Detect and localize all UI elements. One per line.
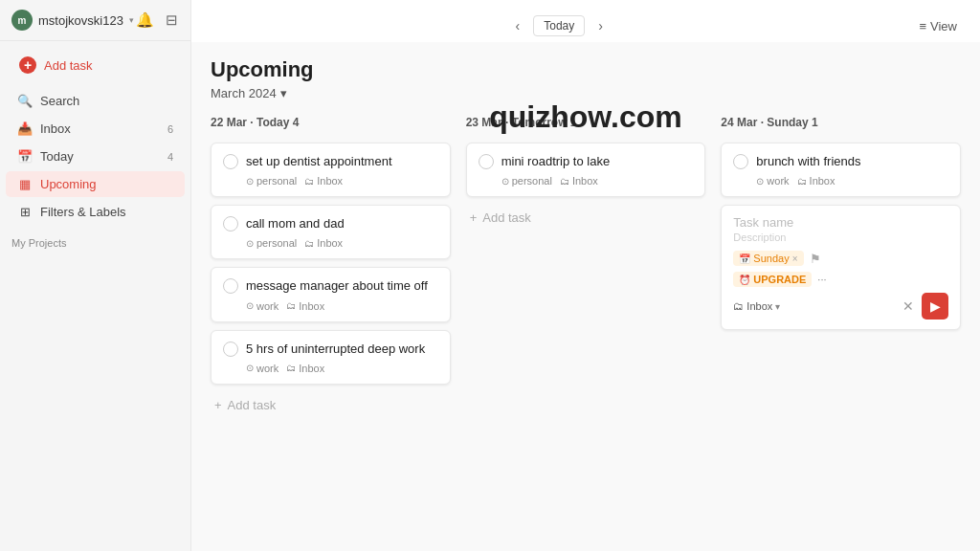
upcoming-icon: ▦ (17, 177, 33, 191)
task-checkbox[interactable] (479, 154, 494, 169)
task-meta: ⊙ work 🗂 Inbox (223, 300, 438, 312)
inbox-project-selector[interactable]: 🗂 Inbox ▾ (733, 300, 780, 312)
col-1-header: 22 Mar · Today 4 (211, 116, 451, 133)
task-meta: ⊙ personal 🗂 Inbox (223, 237, 438, 249)
upgrade-tag[interactable]: ⏰ UPGRADE (733, 272, 812, 287)
task-meta: ⊙ work 🗂 Inbox (223, 363, 438, 374)
sidebar-nav: 🔍 Search 📥 Inbox 6 📅 Today 4 ▦ Upcoming … (0, 85, 190, 228)
date-chevron-icon: ▾ (280, 86, 287, 100)
add-task-inline-col2[interactable]: + Add task (466, 205, 706, 231)
task-name-placeholder[interactable]: Task name (733, 215, 948, 230)
search-icon: 🔍 (17, 94, 33, 108)
task-input-tags: 📅 Sunday × ⚑ (733, 251, 948, 266)
task-tag-inbox: 🗂 Inbox (286, 363, 324, 374)
inbox-meta-icon: 🗂 (304, 238, 314, 249)
add-task-inline-col1[interactable]: + Add task (211, 392, 451, 418)
inbox-dropdown-icon: ▾ (775, 301, 780, 312)
inbox-meta-icon: 🗂 (304, 176, 314, 187)
task-top: brunch with friends (733, 153, 948, 170)
alarm-tag-icon: ⏰ (739, 275, 750, 285)
kanban-board: 22 Mar · Today 4 set up dentist appointm… (211, 116, 961, 418)
task-top: mini roadtrip to lake (479, 153, 694, 170)
page-content: quizhow.com Upcoming March 2024 ▾ 22 Mar… (191, 42, 980, 551)
submit-task-button[interactable]: ▶ (922, 293, 948, 320)
task-input-footer: 🗂 Inbox ▾ ✕ ▶ (733, 293, 948, 320)
task-card: call mom and dad ⊙ personal 🗂 Inbox (211, 205, 451, 259)
task-tag-inbox: 🗂 Inbox (286, 300, 324, 312)
sidebar-item-label: Today (40, 149, 74, 164)
task-meta: ⊙ work 🗂 Inbox (733, 175, 948, 187)
task-card: set up dentist appointment ⊙ personal 🗂 … (211, 143, 451, 197)
tag-icon: ⊙ (246, 238, 254, 249)
task-checkbox[interactable] (223, 278, 238, 294)
more-options-button[interactable]: ··· (817, 274, 826, 285)
inbox-meta-icon: 🗂 (286, 300, 296, 311)
task-desc-placeholder[interactable]: Description (733, 231, 948, 243)
calendar-tag-icon: 📅 (739, 253, 750, 264)
sidebar-item-today[interactable]: 📅 Today 4 (6, 143, 185, 169)
sidebar-item-label: Upcoming (40, 177, 97, 191)
inbox-icon: 📥 (17, 121, 33, 136)
task-tag-inbox: 🗂 Inbox (797, 175, 835, 187)
add-task-button[interactable]: + Add task (10, 51, 181, 79)
inbox-project-label: Inbox (746, 300, 772, 312)
date-label: March 2024 (211, 86, 277, 100)
add-task-label: Add task (44, 58, 93, 73)
task-checkbox[interactable] (223, 342, 238, 357)
col-3-header: 24 Mar · Sunday 1 (721, 116, 961, 133)
task-title: message manager about time off (246, 277, 428, 295)
task-title: brunch with friends (756, 153, 860, 170)
my-projects-label: My Projects (0, 228, 190, 253)
close-input-button[interactable]: ✕ (901, 297, 916, 316)
username-label: mstojkovski123 (38, 13, 123, 28)
next-arrow-button[interactable]: › (592, 16, 609, 35)
task-checkbox[interactable] (733, 154, 748, 169)
plus-icon: + (214, 398, 222, 412)
filters-icon: ⊞ (17, 205, 33, 219)
sidebar-item-filters[interactable]: ⊞ Filters & Labels (6, 199, 185, 225)
prev-arrow-button[interactable]: ‹ (510, 16, 526, 35)
tag-icon: ⊙ (246, 176, 254, 187)
task-card: mini roadtrip to lake ⊙ personal 🗂 Inbox (466, 143, 706, 197)
task-meta: ⊙ personal 🗂 Inbox (479, 175, 694, 187)
add-circle-icon: + (19, 56, 36, 74)
kanban-col-1: 22 Mar · Today 4 set up dentist appointm… (211, 116, 451, 418)
task-title: call mom and dad (246, 215, 345, 232)
task-checkbox[interactable] (223, 216, 238, 231)
add-task-label-col1: Add task (228, 398, 277, 412)
upgrade-tag-label: UPGRADE (753, 274, 806, 285)
tag-icon: ⊙ (246, 300, 254, 311)
sidebar-item-inbox[interactable]: 📥 Inbox 6 (6, 116, 185, 142)
date-selector[interactable]: March 2024 ▾ (211, 86, 961, 100)
flag-icon: ⚑ (810, 252, 821, 266)
notifications-button[interactable]: 🔔 (134, 10, 156, 31)
task-title: mini roadtrip to lake (501, 153, 610, 170)
sidebar-item-upcoming[interactable]: ▦ Upcoming (6, 171, 185, 197)
kanban-col-2: 23 Mar · Tomorrow 1 mini roadtrip to lak… (466, 116, 706, 231)
task-top: call mom and dad (223, 215, 438, 232)
task-checkbox[interactable] (223, 154, 238, 169)
inbox-badge: 6 (167, 123, 173, 135)
view-button[interactable]: ≡ View (911, 15, 965, 37)
add-task-label-col2: Add task (482, 210, 531, 225)
main-content-area: ‹ Today › ≡ View quizhow.com Upcoming Ma… (191, 0, 980, 551)
task-card: message manager about time off ⊙ work 🗂 … (211, 267, 451, 321)
inbox-meta-icon: 🗂 (797, 176, 807, 187)
layout-button[interactable]: ⊟ (164, 10, 180, 31)
avatar: m (11, 10, 33, 31)
kanban-col-3: 24 Mar · Sunday 1 brunch with friends ⊙ … (721, 116, 961, 338)
today-nav-button[interactable]: Today (533, 15, 585, 36)
task-card: 5 hrs of uninterrupted deep work ⊙ work … (211, 330, 451, 385)
sunday-tag[interactable]: 📅 Sunday × (733, 251, 803, 266)
view-label: View (930, 19, 957, 33)
task-top: message manager about time off (223, 277, 438, 295)
sidebar-item-search[interactable]: 🔍 Search (6, 88, 185, 114)
task-title: set up dentist appointment (246, 153, 392, 170)
plus-icon: + (470, 210, 478, 225)
task-tag-personal: ⊙ personal (246, 175, 297, 187)
sidebar-user[interactable]: m mstojkovski123 ▾ (11, 10, 134, 31)
task-tag-work: ⊙ work (756, 175, 789, 187)
sunday-tag-close[interactable]: × (792, 253, 798, 264)
task-tag-work: ⊙ work (246, 300, 278, 312)
task-tag-inbox: 🗂 Inbox (304, 175, 343, 187)
